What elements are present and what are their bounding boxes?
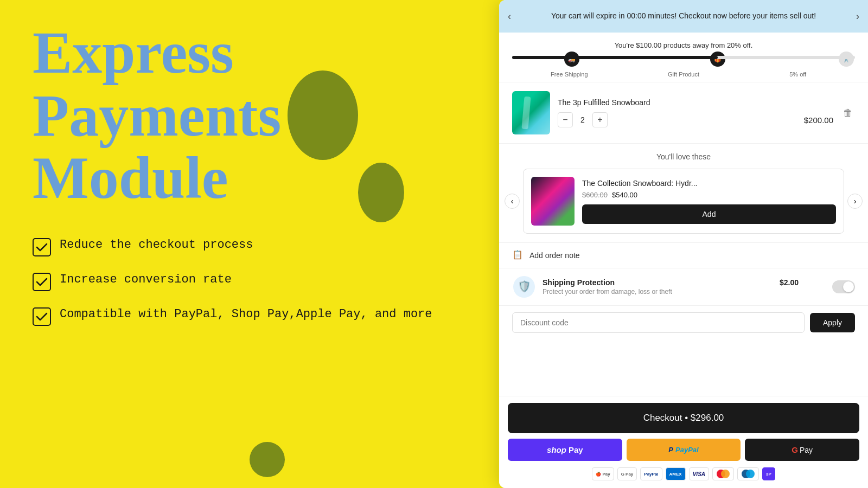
milestone-discount-icon: ✂️ [839,52,854,67]
express-payment-row: shop Pay P PayPal G Pay [499,439,868,467]
timer-banner: ‹ Your cart will expire in 00:00 minutes… [499,0,868,33]
feature-list: Reduce the checkout process Increase con… [33,237,477,326]
milestone-shipping-icon: 🚚 [564,52,579,67]
paypal-p2: PayPal [675,446,699,454]
checkout-button[interactable]: Checkout • $296.00 [508,403,859,433]
progress-text: You're $100.00 products away from 20% of… [512,41,855,49]
payment-icon-visa: VISA [689,467,709,480]
gpay-g-letter: G [792,445,798,454]
upsell-section: You'll love these ‹ The Collection Snowb… [499,144,868,243]
qty-value: 2 [573,115,592,124]
qty-increase-button[interactable]: + [592,112,608,127]
payment-icon-amex: AMEX [666,467,686,480]
item-price: $200.00 [804,115,833,125]
progress-fill [512,56,718,59]
milestone-label-discount: 5% off [741,71,855,78]
toggle-knob [843,281,854,292]
progress-bar-container: 🚚 🎁 ✂️ [512,56,855,67]
shipping-protection: 🛡️ Shipping Protection $2.00 Protect you… [499,268,868,306]
svg-text:🛡️: 🛡️ [518,280,531,293]
discount-input[interactable] [512,312,805,333]
apply-button[interactable]: Apply [810,313,855,332]
upsell-original-price: $600.00 [582,191,608,199]
protection-title: Shipping Protection $2.00 [542,278,826,287]
order-note-section[interactable]: 📋 Add order note [499,243,868,268]
item-qty-row: − 2 + $200.00 [558,112,833,127]
payment-icons-row: 🍎 Pay G Pay PayPal AMEX VISA sP [499,467,868,488]
upsell-section-title: You'll love these [512,152,855,161]
feature-item-1: Reduce the checkout process [33,237,477,256]
milestone-label-shipping: Free Shipping [512,71,627,78]
payment-icon-mastercard [712,467,734,480]
discount-section: Apply [499,306,868,339]
svg-point-6 [721,470,730,478]
payment-icon-maestro [737,467,759,480]
cart-panel: ‹ Your cart will expire in 00:00 minutes… [499,0,868,488]
timer-next-button[interactable]: › [852,7,864,27]
upsell-info: The Collection Snowboard: Hydr... $600.0… [582,179,836,224]
upsell-name: The Collection Snowboard: Hydr... [582,179,836,188]
item-image [512,91,550,134]
paypal-p1: P [668,446,673,454]
protection-info: Shipping Protection $2.00 Protect your o… [542,278,826,296]
item-name: The 3p Fulfilled Snowboard [558,98,833,107]
milestone-label-gift: Gift Product [627,71,741,78]
upsell-image [531,177,575,226]
feature-item-2: Increase conversion rate [33,272,477,291]
check-icon-2 [33,273,51,291]
upsell-sale-price: $540.00 [612,191,637,199]
decorative-blob-small [250,442,285,477]
upsell-add-button[interactable]: Add [582,204,836,224]
check-icon-3 [33,307,51,326]
paypal-button[interactable]: P PayPal [627,439,741,461]
upsell-card: The Collection Snowboard: Hydr... $600.0… [523,169,844,234]
progress-milestones: 🚚 🎁 ✂️ [512,52,855,67]
payment-icon-googlepay: G Pay [617,467,637,480]
upsell-price-row: $600.00 $540.00 [582,191,836,199]
order-note-label: Add order note [529,251,580,260]
svg-point-8 [746,470,755,478]
qty-decrease-button[interactable]: − [558,112,573,127]
delete-item-button[interactable]: 🗑 [841,105,855,121]
check-icon-1 [33,238,51,256]
gpay-button[interactable]: G Pay [745,439,859,461]
cart-footer: Checkout • $296.00 shop Pay P PayPal G P… [499,396,868,488]
progress-track [512,56,855,59]
decorative-blob-large [288,70,358,160]
timer-text: Your cart will expire in 00:00 minutes! … [551,11,816,22]
shoppay-button[interactable]: shop Pay [508,439,622,461]
feature-item-3: Compatible with PayPal, Shop Pay,Apple P… [33,306,477,326]
item-details: The 3p Fulfilled Snowboard − 2 + $200.00 [558,98,833,127]
upsell-content: The Collection Snowboard: Hydr... $600.0… [524,169,844,233]
protection-icon: 🛡️ [512,275,536,299]
upsell-next-button[interactable]: › [847,194,863,209]
progress-section: You're $100.00 products away from 20% of… [499,33,868,82]
svg-rect-0 [33,239,50,256]
milestone-gift-icon: 🎁 [710,52,725,67]
cart-body: You're $100.00 products away from 20% of… [499,33,868,396]
payment-icon-applepay: 🍎 Pay [592,467,614,480]
timer-prev-button[interactable]: ‹ [503,7,515,27]
shoppay-pay-label: Pay [569,445,583,454]
hero-title: ExpressPaymentsModule [33,22,477,210]
payment-icon-shopify: sP [762,467,775,480]
payment-icon-paypal: PayPal [640,467,662,480]
shoppay-label: shop [547,445,566,454]
shipping-protection-toggle[interactable] [832,280,855,293]
cart-item: The 3p Fulfilled Snowboard − 2 + $200.00… [499,82,868,144]
svg-rect-1 [33,273,50,291]
left-section: ExpressPaymentsModule Reduce the checkou… [0,0,510,488]
protection-desc: Protect your order from damage, loss or … [542,288,826,296]
decorative-blob-medium [358,163,404,222]
upsell-prev-button[interactable]: ‹ [505,194,520,209]
svg-rect-2 [33,308,50,325]
milestone-labels: Free Shipping Gift Product 5% off [512,71,855,78]
gpay-pay-text: Pay [800,446,813,454]
note-icon: 📋 [512,249,524,261]
